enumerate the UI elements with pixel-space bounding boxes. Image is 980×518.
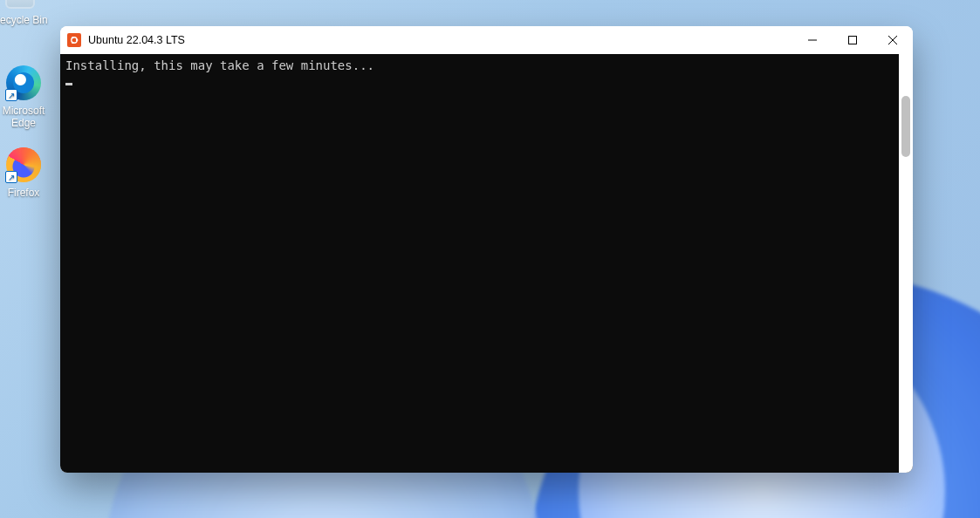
close-button[interactable]	[873, 26, 913, 54]
desktop-icon-firefox[interactable]: ↗ Firefox	[0, 147, 56, 199]
window-title: Ubuntu 22.04.3 LTS	[88, 34, 185, 46]
terminal-cursor	[65, 83, 72, 85]
edge-icon: ↗	[5, 65, 42, 101]
svg-point-3	[72, 42, 73, 44]
terminal-area[interactable]: Installing, this may take a few minutes.…	[60, 54, 913, 473]
svg-point-2	[72, 37, 73, 38]
desktop-icon-label: Recycle Bin	[0, 14, 48, 26]
terminal-window: Ubuntu 22.04.3 LTS Installing, this may …	[60, 26, 913, 473]
desktop-icon-label: Firefox	[8, 187, 40, 199]
shortcut-arrow-icon: ↗	[5, 171, 17, 183]
desktop-icon-microsoft-edge[interactable]: ↗ Microsoft Edge	[0, 65, 56, 129]
maximize-button[interactable]	[833, 26, 873, 54]
svg-rect-4	[849, 37, 857, 44]
ubuntu-icon	[67, 33, 81, 47]
firefox-icon: ↗	[5, 147, 42, 183]
scrollbar-thumb[interactable]	[901, 96, 910, 157]
svg-point-1	[76, 39, 78, 41]
desktop-icon-recycle-bin[interactable]: Recycle Bin	[0, 0, 52, 26]
desktop-icon-label: Microsoft Edge	[0, 105, 56, 129]
terminal-line: Installing, this may take a few minutes.…	[65, 58, 908, 73]
desktop: Recycle Bin ↗ Microsoft Edge ↗ Firefox	[0, 0, 980, 518]
recycle-bin-icon	[2, 0, 38, 10]
minimize-button[interactable]	[792, 26, 833, 54]
scrollbar[interactable]	[899, 54, 913, 473]
shortcut-arrow-icon: ↗	[5, 89, 17, 101]
titlebar[interactable]: Ubuntu 22.04.3 LTS	[60, 26, 913, 54]
